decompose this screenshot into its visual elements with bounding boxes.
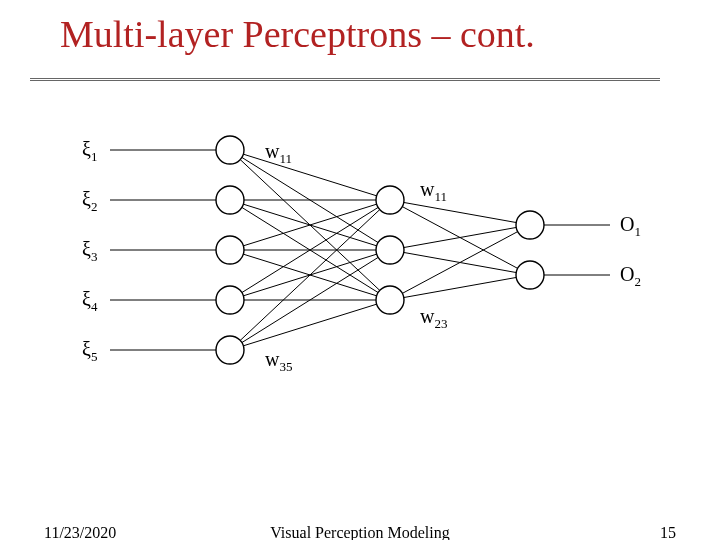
svg-point-34 xyxy=(216,286,244,314)
svg-point-33 xyxy=(216,236,244,264)
network-svg xyxy=(60,120,680,400)
slide-title: Multi-layer Perceptrons – cont. xyxy=(60,12,535,56)
slide: Multi-layer Perceptrons – cont. ξ1 ξ2 ξ3… xyxy=(0,0,720,540)
input-label-2: ξ2 xyxy=(82,188,97,215)
weight-h1-bottom: w35 xyxy=(265,348,292,375)
svg-point-31 xyxy=(216,136,244,164)
svg-line-20 xyxy=(404,202,516,222)
input-label-1: ξ1 xyxy=(82,138,97,165)
input-label-5: ξ5 xyxy=(82,338,97,365)
title-underline xyxy=(30,78,660,81)
svg-point-36 xyxy=(376,186,404,214)
svg-point-39 xyxy=(516,211,544,239)
footer-center: Visual Perception Modeling xyxy=(0,524,720,540)
input-label-4: ξ4 xyxy=(82,288,97,315)
svg-point-37 xyxy=(376,236,404,264)
mlp-diagram: ξ1 ξ2 ξ3 ξ4 ξ5 w11 w35 w11 w23 O1 O2 xyxy=(60,120,680,420)
svg-point-38 xyxy=(376,286,404,314)
svg-line-22 xyxy=(404,227,516,247)
edges xyxy=(110,150,518,350)
svg-line-25 xyxy=(404,277,516,297)
svg-point-35 xyxy=(216,336,244,364)
output-label-2: O2 xyxy=(620,263,641,290)
svg-line-5 xyxy=(243,154,376,196)
svg-point-32 xyxy=(216,186,244,214)
footer-page: 15 xyxy=(660,524,676,540)
input-label-3: ξ3 xyxy=(82,238,97,265)
weight-h2-top: w11 xyxy=(420,178,447,205)
output-lines xyxy=(544,225,610,275)
svg-point-40 xyxy=(516,261,544,289)
svg-line-17 xyxy=(240,210,380,341)
weight-h2-bottom: w23 xyxy=(420,305,447,332)
svg-line-19 xyxy=(243,304,376,346)
weight-h1-top: w11 xyxy=(265,140,292,167)
svg-line-24 xyxy=(402,232,517,294)
output-label-1: O1 xyxy=(620,213,641,240)
